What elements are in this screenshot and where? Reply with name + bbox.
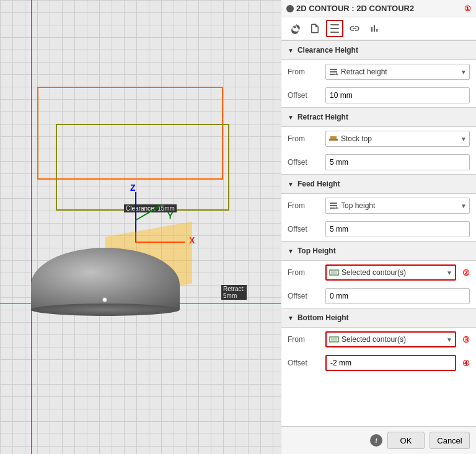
title-text: 2D CONTOUR : 2D CONTOUR2: [296, 4, 462, 13]
clearance-from-row: From Retract height ▼: [281, 60, 476, 84]
center-dot: [102, 297, 107, 302]
svg-rect-1: [330, 71, 337, 72]
bottom-from-select[interactable]: Selected contour(s) ▼: [325, 331, 456, 347]
svg-marker-9: [335, 206, 338, 209]
svg-rect-5: [330, 136, 337, 139]
retract-from-arrow: ▼: [461, 136, 467, 142]
bottom-offset-badge: ④: [462, 359, 470, 368]
clearance-height-section[interactable]: ▼ Clearance Height: [281, 40, 476, 60]
bottom-offset-row: Offset ④: [281, 351, 476, 375]
title-badge: ①: [464, 4, 471, 13]
clearance-from-select[interactable]: Retract height ▼: [325, 64, 470, 80]
feed-offset-label: Offset: [288, 225, 322, 234]
title-icon: [286, 5, 294, 12]
feed-from-select[interactable]: Top height ▼: [325, 198, 470, 214]
retract-from-select[interactable]: Stock top ▼: [325, 131, 470, 147]
retract-from-row: From Stock top ▼: [281, 127, 476, 151]
bottom-bar: i OK Cancel: [281, 426, 476, 454]
z-axis-label: Z: [130, 183, 136, 193]
top-chevron: ▼: [288, 248, 294, 255]
feed-chevron: ▼: [288, 181, 294, 188]
top-offset-input[interactable]: [325, 288, 470, 304]
retract-rect: Retract: 5mm: [56, 124, 229, 211]
bottom-height-label: Bottom Height: [298, 313, 349, 322]
top-from-select[interactable]: Selected contour(s) ▼: [325, 264, 456, 281]
top-badge: ②: [462, 268, 470, 277]
svg-rect-4: [329, 139, 338, 141]
tool-link-button[interactable]: [346, 20, 363, 37]
svg-marker-3: [335, 72, 338, 75]
retract-height-section[interactable]: ▼ Retract Height: [281, 107, 476, 127]
retract-from-value: Stock top: [341, 134, 461, 143]
retract-offset-row: Offset: [281, 151, 476, 174]
top-offset-row: Offset: [281, 284, 476, 308]
bottom-height-section[interactable]: ▼ Bottom Height: [281, 308, 476, 328]
top-from-arrow: ▼: [446, 269, 452, 276]
toolbar: [281, 17, 476, 40]
tool-advanced-button[interactable]: [366, 20, 383, 37]
bottom-badge: ③: [462, 335, 470, 344]
clearance-offset-label: Offset: [288, 91, 322, 100]
retract-chevron: ▼: [288, 114, 294, 121]
svg-rect-7: [330, 205, 337, 206]
clearance-offset-row: Offset: [281, 84, 476, 107]
retract-from-label: From: [288, 134, 322, 143]
tool-heights-button[interactable]: [326, 20, 343, 37]
feed-from-value: Top height: [341, 201, 461, 210]
bottom-chevron: ▼: [288, 315, 294, 321]
tool-wrench-button[interactable]: [286, 20, 304, 37]
feed-offset-input[interactable]: [325, 221, 470, 237]
top-offset-label: Offset: [288, 292, 322, 300]
retract-height-label: Retract Height: [298, 113, 348, 121]
info-icon[interactable]: i: [370, 434, 382, 447]
feed-from-row: From Top height ▼: [281, 194, 476, 217]
clearance-height-label: Clearance Height: [298, 46, 358, 55]
clearance-offset-input[interactable]: [325, 87, 470, 103]
retract-offset-input[interactable]: [325, 154, 470, 170]
clearance-from-label: From: [288, 68, 322, 76]
feed-from-label: From: [288, 201, 322, 210]
top-height-label: Top Height: [298, 247, 336, 255]
dome-base: [31, 303, 180, 316]
feed-height-label: Feed Height: [298, 180, 340, 188]
bottom-from-value: Selected contour(s): [342, 335, 446, 344]
top-height-section[interactable]: ▼ Top Height: [281, 241, 476, 261]
top-from-value: Selected contour(s): [342, 268, 446, 277]
title-bar: 2D CONTOUR : 2D CONTOUR2 ①: [281, 0, 476, 17]
svg-rect-11: [331, 271, 337, 274]
tool-page-button[interactable]: [306, 20, 324, 37]
y-axis-label: Y: [167, 211, 173, 220]
top-from-label: From: [288, 268, 322, 277]
feed-height-section[interactable]: ▼ Feed Height: [281, 174, 476, 194]
clearance-from-arrow: ▼: [461, 69, 467, 76]
bottom-from-arrow: ▼: [446, 336, 452, 343]
top-from-row: From Selected contour(s) ▼ ②: [281, 261, 476, 284]
svg-rect-2: [330, 74, 335, 75]
feed-from-arrow: ▼: [461, 203, 467, 209]
green-vertical-line: [31, 0, 32, 454]
bottom-offset-label: Offset: [288, 359, 322, 367]
bottom-from-row: From Selected contour(s) ▼ ③: [281, 328, 476, 351]
clearance-chevron: ▼: [288, 47, 294, 54]
ok-button[interactable]: OK: [387, 432, 425, 449]
retract-label: Retract: 5mm: [221, 285, 247, 300]
retract-offset-label: Offset: [288, 158, 322, 167]
feed-offset-row: Offset: [281, 217, 476, 241]
clearance-from-value: Retract height: [341, 68, 461, 76]
viewport: Retract: 5mm Clearance: 15mm Z Y X: [0, 0, 281, 454]
svg-rect-0: [330, 69, 337, 70]
svg-rect-13: [331, 338, 337, 341]
grid-background: [0, 0, 281, 454]
cancel-button[interactable]: Cancel: [430, 432, 470, 449]
bottom-offset-input[interactable]: [325, 355, 456, 371]
svg-rect-8: [330, 207, 335, 209]
bottom-from-label: From: [288, 335, 322, 344]
right-panel: 2D CONTOUR : 2D CONTOUR2 ① ▼ Clearance H…: [281, 0, 476, 454]
svg-rect-6: [330, 203, 337, 204]
